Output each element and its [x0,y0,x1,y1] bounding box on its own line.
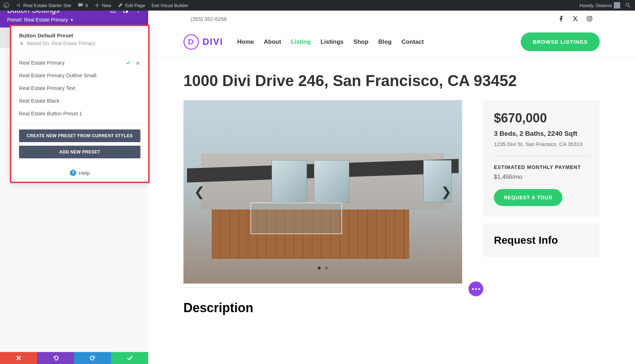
svg-point-11 [138,12,139,13]
howdy-text: Howdy, Deanna [579,3,612,8]
edit-page-item[interactable]: Edit Page [117,2,145,8]
redo-button[interactable] [74,352,111,364]
action-bar [0,352,148,364]
howdy-item[interactable]: Howdy, Deanna [579,2,620,8]
site-name-item[interactable]: Real Estate Starter Site [16,2,71,8]
preset-dropdown: Button Default Preset Based On: Real Est… [10,25,150,183]
description-heading: Description [183,301,253,315]
facebook-icon[interactable] [558,16,564,22]
site-logo[interactable]: D DIVI [183,34,223,50]
price: $670,000 [494,111,589,126]
top-bar: (255) 352-6258 [148,11,635,27]
module-options-fab[interactable] [468,281,483,296]
new-label: New [102,3,111,8]
default-preset-title[interactable]: Button Default Preset [19,32,140,38]
nav-link[interactable]: About [264,38,281,46]
carousel-dot[interactable] [318,267,321,269]
preset-item[interactable]: Real Estate Primary Text [11,82,148,95]
based-on-text: Based On: Real Estate Primary [19,41,140,46]
undo-button[interactable] [37,352,74,364]
estimated-label: ESTIMATED MONTHLY PAYMENT [494,164,589,170]
avatar [614,2,620,8]
svg-point-4 [626,3,629,6]
edit-page-label: Edit Page [125,3,145,8]
carousel-dots [318,267,328,269]
carousel-dot[interactable] [325,267,328,269]
save-button[interactable] [111,352,148,364]
site-nav: D DIVI Home About Listing Listings Shop … [148,27,635,58]
svg-point-1 [17,5,18,6]
image-carousel[interactable]: ❮ ❯ [183,100,462,284]
new-item[interactable]: New [94,2,111,8]
check-icon [126,60,131,66]
request-info-card: Request Info [483,224,600,257]
nav-link[interactable]: Blog [378,38,392,46]
phone-number: (255) 352-6258 [190,16,227,22]
help-link[interactable]: ?Help [11,164,148,182]
svg-point-14 [591,17,591,18]
nav-link[interactable]: Shop [353,38,369,46]
nav-link[interactable]: Listing [291,38,311,46]
page-preview: (255) 352-6258 D DIVI Home About Listing… [148,11,635,364]
site-name: Real Estate Starter Site [23,3,71,8]
carousel-prev[interactable]: ❮ [190,181,208,203]
specs: 3 Beds, 2 Baths, 2240 Sqft [494,130,589,138]
carousel-next[interactable]: ❯ [437,181,455,203]
nav-links: Home About Listing Listings Shop Blog Co… [237,38,424,46]
wp-admin-bar: Real Estate Starter Site 0 New Edit Page… [0,0,635,11]
svg-point-3 [19,6,20,7]
preset-list: Real Estate Primary Real Estate Primary … [11,53,148,124]
request-tour-button[interactable]: REQUEST A TOUR [494,189,562,206]
preset-item[interactable]: Real Estate Button Preset 1 [11,107,148,120]
property-card: $670,000 3 Beds, 2 Baths, 2240 Sqft 1235… [483,100,600,217]
svg-point-2 [19,4,20,5]
address: 1235 Divi St, San Fracisco, CA 35313 [494,141,589,156]
nav-link[interactable]: Listings [321,38,344,46]
instagram-icon[interactable] [586,16,593,22]
nav-link[interactable]: Contact [401,38,424,46]
x-icon[interactable] [572,16,579,22]
nav-link[interactable]: Home [237,38,254,46]
comments-item[interactable]: 0 [78,2,88,8]
request-info-heading: Request Info [494,234,589,246]
wp-logo[interactable] [4,2,9,8]
preset-item[interactable]: Real Estate Primary [11,56,148,69]
browse-listings-button[interactable]: BROWSE LISTINGS [521,32,600,51]
exit-vb-item[interactable]: Exit Visual Builder [151,3,188,8]
cancel-button[interactable] [0,352,37,364]
create-preset-button[interactable]: CREATE NEW PRESET FROM CURRENT STYLES [19,129,140,142]
comments-count: 0 [85,3,88,8]
exit-vb-label: Exit Visual Builder [151,3,188,8]
preset-item[interactable]: Real Estate Black [11,95,148,107]
preset-selector[interactable]: Preset: Real Estate Primary▼ [7,17,141,23]
preset-item[interactable]: Real Estate Primary Outline Small [11,69,148,82]
estimated-value: $1,456/mo [494,174,589,181]
svg-point-13 [588,18,591,20]
search-icon[interactable] [625,2,631,8]
page-title: 1000 Divi Drive 246, San Francisco, CA 9… [183,72,600,90]
star-icon[interactable] [135,60,140,66]
add-preset-button[interactable]: ADD NEW PRESET [19,146,140,158]
